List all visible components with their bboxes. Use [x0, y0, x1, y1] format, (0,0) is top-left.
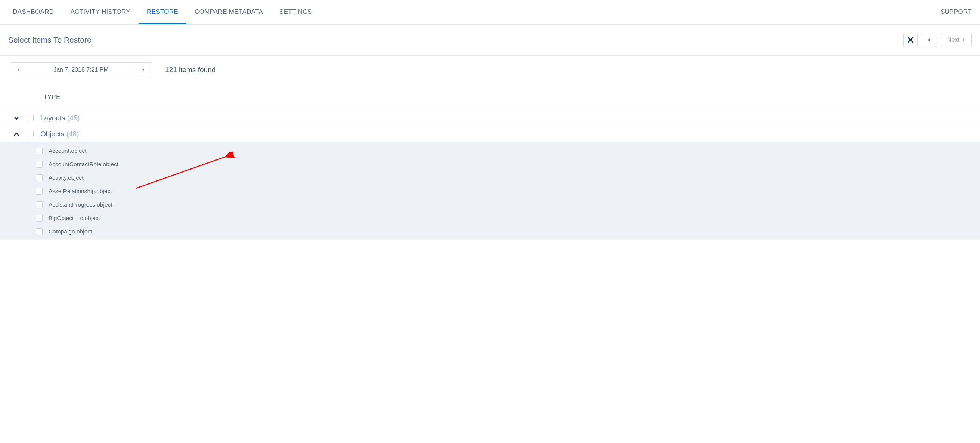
- group-count: (45): [67, 114, 80, 122]
- next-button-label: Next: [947, 37, 959, 43]
- close-button[interactable]: [904, 33, 918, 47]
- nav-settings[interactable]: SETTINGS: [271, 0, 320, 24]
- group-checkbox-layouts[interactable]: [27, 115, 33, 121]
- list-item: Account.object: [0, 144, 980, 158]
- group-name: Objects: [40, 130, 64, 138]
- list-item: AssetRelationship.object: [0, 185, 980, 198]
- item-label[interactable]: Account.object: [49, 148, 87, 154]
- caret-right-icon: [962, 38, 966, 42]
- item-checkbox[interactable]: [36, 201, 43, 208]
- caret-left-icon: [928, 38, 931, 42]
- nav-left: DASHBOARD ACTIVITY HISTORY RESTORE COMPA…: [5, 0, 320, 24]
- list-item: Campaign.object: [0, 225, 980, 238]
- group-name: Layouts: [40, 114, 65, 122]
- subheader-actions: Next: [904, 33, 972, 47]
- group-checkbox-objects[interactable]: [27, 131, 33, 137]
- item-label[interactable]: AssistantProgress.object: [49, 201, 112, 208]
- nav-compare-metadata[interactable]: COMPARE METADATA: [186, 0, 271, 24]
- item-label[interactable]: Campaign.object: [49, 228, 92, 235]
- item-label[interactable]: BigObject__c.object: [49, 215, 100, 222]
- caret-left-icon: [17, 68, 20, 72]
- column-header-type: TYPE: [0, 84, 980, 110]
- back-button[interactable]: [922, 33, 936, 47]
- item-checkbox[interactable]: [36, 148, 43, 154]
- nav-activity-history[interactable]: ACTIVITY HISTORY: [62, 0, 138, 24]
- date-prev-button[interactable]: [15, 67, 22, 73]
- item-label[interactable]: Activity.object: [49, 174, 84, 181]
- nav-dashboard[interactable]: DASHBOARD: [5, 0, 62, 24]
- item-checkbox[interactable]: [36, 215, 43, 222]
- date-next-button[interactable]: [140, 67, 147, 73]
- objects-items-panel: Account.object AccountContactRole.object…: [0, 142, 980, 240]
- caret-right-icon: [142, 68, 145, 72]
- group-label-objects[interactable]: Objects (48): [40, 130, 79, 138]
- item-label[interactable]: AccountContactRole.object: [49, 161, 118, 168]
- item-checkbox[interactable]: [36, 174, 43, 181]
- next-button[interactable]: Next: [941, 33, 972, 47]
- filter-row: Jan 7, 2018 7:21 PM 121 items found: [0, 56, 980, 84]
- list-item: AssistantProgress.object: [0, 198, 980, 212]
- item-checkbox[interactable]: [36, 161, 43, 168]
- page-title: Select Items To Restore: [8, 35, 92, 45]
- list-item: BigObject__c.object: [0, 212, 980, 225]
- nav-right: SUPPORT: [932, 0, 972, 24]
- group-row-objects: Objects (48): [0, 126, 980, 142]
- item-label[interactable]: AssetRelationship.object: [49, 188, 112, 194]
- item-checkbox[interactable]: [36, 228, 43, 235]
- date-text: Jan 7, 2018 7:21 PM: [53, 67, 109, 73]
- date-picker[interactable]: Jan 7, 2018 7:21 PM: [10, 62, 153, 77]
- nav-restore[interactable]: RESTORE: [138, 0, 186, 24]
- chevron-down-icon: [14, 116, 19, 120]
- chevron-up-icon: [14, 132, 19, 136]
- expand-toggle-objects[interactable]: [13, 132, 20, 136]
- close-icon: [908, 37, 913, 43]
- group-label-layouts[interactable]: Layouts (45): [40, 114, 80, 122]
- subheader: Select Items To Restore Next: [0, 25, 980, 56]
- group-row-layouts: Layouts (45): [0, 110, 980, 126]
- expand-toggle-layouts[interactable]: [13, 116, 20, 120]
- item-checkbox[interactable]: [36, 188, 43, 194]
- nav-support[interactable]: SUPPORT: [932, 0, 972, 24]
- list-item: AccountContactRole.object: [0, 158, 980, 171]
- list-item: Activity.object: [0, 171, 980, 185]
- group-count: (48): [67, 130, 79, 138]
- items-found-label: 121 items found: [165, 66, 215, 74]
- page: DASHBOARD ACTIVITY HISTORY RESTORE COMPA…: [0, 0, 980, 240]
- top-nav: DASHBOARD ACTIVITY HISTORY RESTORE COMPA…: [0, 0, 980, 25]
